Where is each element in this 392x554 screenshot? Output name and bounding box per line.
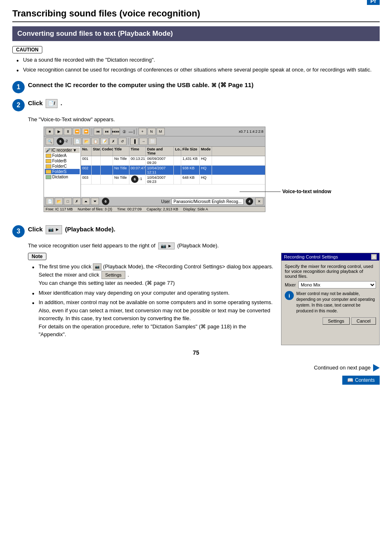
icon-btn-2[interactable]: 📂 — [55, 198, 63, 205]
icon-btn-3[interactable]: □ — [64, 198, 72, 205]
rc-cancel-btn[interactable]: Cancel — [351, 317, 376, 325]
caution-label: CAUTION — [12, 46, 42, 53]
note-section: Note The first time you click 📷 (Playbac… — [28, 253, 380, 345]
tb-dash1: — — [129, 129, 133, 134]
user-field-input[interactable]: Panasonic/Microsoft English Recog... — [171, 199, 244, 205]
vtt-icon-row: 📄 📂 □ ✗ ⏶ ⏷ 6 User Panasonic/Microsoft E… — [44, 197, 265, 206]
close-btn[interactable]: ✕ — [255, 198, 263, 205]
tb-panel2[interactable]: ⬜ — [148, 138, 157, 145]
step-3-icon: 📷 ► — [46, 225, 62, 234]
next-page-arrow[interactable] — [373, 364, 380, 372]
bottom-display: Display: Side A — [183, 207, 208, 211]
tb-next2[interactable]: ⏭⏭ — [112, 128, 120, 135]
tb-sep2 — [136, 128, 137, 135]
table-row-2[interactable]: 002 No Title 00:07:47 10/04/2007 12:11 9… — [81, 166, 265, 175]
rc-info-text: Mixer control may not be available, depe… — [296, 291, 376, 314]
folder-dictation-icon — [46, 175, 51, 179]
tb-vol-down[interactable]: N — [148, 128, 156, 135]
rc-title-bar: Recording Control Settings ✕ — [281, 253, 379, 261]
playback-icon-ref: 📷 — [93, 263, 101, 271]
note-label: Note — [28, 253, 46, 260]
note-bullet-2: Mixer identification may vary depending … — [32, 289, 274, 297]
section-header: Converting sound files to text (Playback… — [12, 26, 380, 41]
table-empty-space — [81, 185, 265, 197]
td-date-2: 10/04/2007 12:11 — [146, 166, 174, 175]
ic-recorder-dropdown[interactable]: ▼ — [73, 148, 77, 152]
tb-doc1[interactable]: 📄 — [73, 138, 81, 145]
folder-dictation[interactable]: Dictation — [45, 174, 80, 180]
rc-mixer-row: Mixer Mono Mix — [285, 281, 376, 289]
td-time-1: 00:13:21 — [129, 156, 146, 165]
tb-sep1 — [92, 128, 92, 135]
td-time-2: 00:07:47 — [129, 166, 146, 175]
td-size-3: 648 KB — [181, 175, 200, 184]
tb-rew[interactable]: ⏪ — [73, 128, 81, 135]
rc-description: Specify the mixer for recording control,… — [285, 264, 376, 279]
table-row-3[interactable]: 003 No Title 6-1 10/04/2007 09:23 648 KB… — [81, 175, 265, 185]
tb-refresh[interactable]: ↺ — [118, 138, 127, 145]
th-size: File Size — [181, 147, 200, 156]
contents-book-icon: 📖 — [347, 377, 353, 383]
step-3-subtext: The voice recognition user field appears… — [28, 242, 380, 249]
annot-6-circle: 6 — [101, 198, 110, 205]
td-codec-3 — [101, 175, 113, 184]
step-2-icon: 📄/ — [46, 99, 58, 108]
tb-doc4[interactable]: 📝 — [100, 138, 108, 145]
tb-play[interactable]: ▶ — [55, 128, 63, 135]
th-lo: Lo.. — [174, 147, 181, 156]
tb-arrow-right[interactable]: → — [139, 138, 148, 145]
tb-prev[interactable]: ⏮ — [94, 128, 102, 135]
tb-panel1[interactable]: ▐ — [130, 138, 138, 145]
step-1: 1 Connect the IC recorder to the compute… — [12, 80, 380, 93]
rc-settings-btn[interactable]: Settings — [323, 317, 350, 325]
folder-a[interactable]: FolderA — [45, 153, 80, 158]
folder-b[interactable]: FolderB — [45, 158, 80, 164]
icon-btn-1[interactable]: 📄 — [46, 198, 54, 205]
vtt-toolbar-1: ■ ▶ ⏸ ⏪ ⏩ ⏮ ⏭ ⏭⏭ ② — | + N M x0.7 1 1:4 … — [44, 127, 265, 136]
note-bullet-1: The first time you click 📷 (Playback Mod… — [32, 263, 274, 287]
caution-bullets: Use a sound file recorded with the "Dict… — [12, 56, 380, 74]
folder-c[interactable]: FolderC — [45, 164, 80, 169]
user-label: User — [161, 199, 170, 204]
step-2-text: Click 📄/ . — [28, 98, 62, 108]
table-row-1[interactable]: 001 No Title 00:13:21 06/09/2007 09:20 1… — [81, 156, 265, 166]
tb-vol-up[interactable]: + — [138, 128, 147, 135]
icon-btn-6[interactable]: ⏷ — [91, 198, 99, 205]
tb-x[interactable]: ✗ — [109, 138, 118, 145]
contents-btn[interactable]: 📖 Contents — [342, 376, 380, 385]
folder-s-icon — [46, 170, 51, 174]
td-codec-1 — [101, 156, 113, 165]
tb-doc3[interactable]: 📋 — [91, 138, 99, 145]
tb-ffw[interactable]: ⏩ — [82, 128, 90, 135]
tb-stop[interactable]: ■ — [46, 128, 54, 135]
folder-b-label: FolderB — [52, 159, 67, 163]
tb-next[interactable]: ⏭ — [103, 128, 111, 135]
td-no-2: 002 — [81, 166, 92, 175]
settings-inline-btn[interactable]: Settings — [101, 271, 125, 279]
td-no-1: 001 — [81, 156, 92, 165]
vtt-table: No. Star. Codec Title Time Date and Time… — [81, 147, 265, 197]
td-star-3 — [92, 175, 101, 184]
vtt-content: 🎤 IC recorder ▼ FolderA FolderB FolderC — [44, 147, 265, 197]
td-date-3: 10/04/2007 09:23 — [146, 175, 174, 184]
tb-doc2[interactable]: 📂 — [82, 138, 90, 145]
rc-close-btn[interactable]: ✕ — [371, 254, 377, 260]
icon-btn-4[interactable]: ✗ — [73, 198, 81, 205]
ic-recorder-label: IC recorder — [51, 148, 72, 152]
recording-control-panel: Recording Control Settings ✕ Specify the… — [281, 253, 380, 345]
tb-search[interactable]: 🔍 — [46, 138, 54, 145]
caution-bullet-2: Voice recognition cannot be used for rec… — [16, 66, 380, 74]
tb-mute[interactable]: M — [157, 128, 165, 135]
td-mode-2: HQ — [200, 166, 212, 175]
tb-pause[interactable]: ⏸ — [64, 128, 72, 135]
icon-btn-5[interactable]: ⏶ — [82, 198, 90, 205]
td-title-2: No Title — [113, 166, 129, 175]
vtt-bottom-bar: Free: IC 117 MB Number of files: 3 (3) T… — [44, 206, 265, 212]
td-lo-3 — [174, 175, 181, 184]
rc-mixer-select[interactable]: Mono Mix — [298, 281, 376, 289]
th-title: Title — [113, 147, 129, 156]
vtt-window: ■ ▶ ⏸ ⏪ ⏩ ⏮ ⏭ ⏭⏭ ② — | + N M x0.7 1 1:4 … — [44, 127, 265, 212]
folder-s[interactable]: FolderS — [45, 169, 80, 174]
step-3-ref-icon: 📷 ► — [158, 242, 175, 249]
th-star: Star. — [92, 147, 101, 156]
